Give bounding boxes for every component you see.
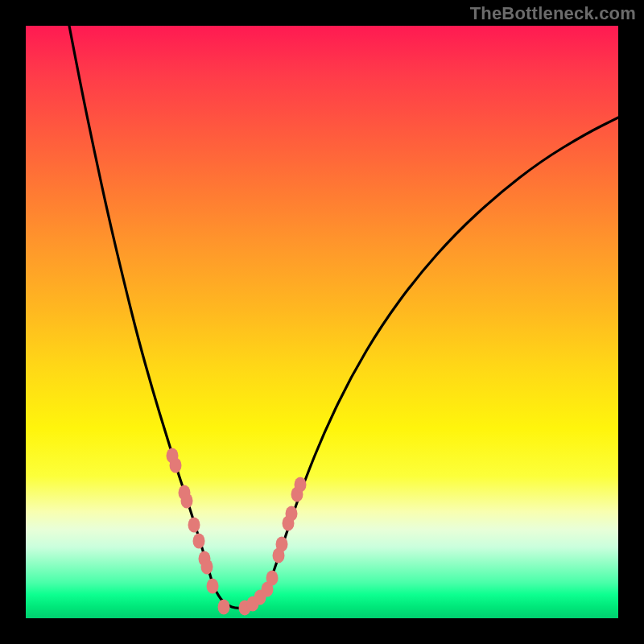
sample-dot [276,537,288,552]
watermark-text: TheBottleneck.com [470,3,636,24]
chart-svg [26,26,618,618]
sample-dot [188,518,200,533]
sample-dot [207,579,219,594]
curve-right-branch [266,118,618,594]
sample-dots-group [167,448,307,616]
sample-dot [201,559,213,575]
sample-dot [181,493,193,509]
sample-dot [295,477,307,493]
sample-dot [170,458,182,473]
plot-area [26,26,618,618]
chart-frame: TheBottleneck.com [0,0,644,644]
sample-dot [218,600,230,615]
sample-dot [266,571,279,586]
sample-dot [286,506,298,522]
sample-dot [193,534,205,549]
